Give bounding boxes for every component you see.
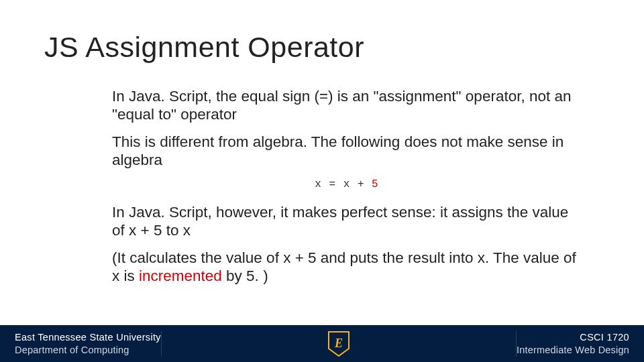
code-lhs: x = x + — [315, 178, 372, 190]
paragraph-3: In Java. Script, however, it makes perfe… — [112, 203, 582, 239]
code-literal: 5 — [372, 178, 379, 190]
slide-body: In Java. Script, the equal sign (=) is a… — [112, 87, 582, 294]
footer-left: East Tennessee State University Departme… — [0, 331, 161, 355]
paragraph-4b: by 5. ) — [222, 267, 268, 284]
course-name: Intermediate Web Design — [517, 344, 629, 356]
footer-bar: East Tennessee State University Departme… — [0, 325, 644, 362]
paragraph-1: In Java. Script, the equal sign (=) is a… — [112, 87, 582, 123]
course-code: CSCI 1720 — [517, 331, 629, 343]
paragraph-2: This is different from algebra. The foll… — [112, 133, 582, 169]
footer-right: CSCI 1720 Intermediate Web Design — [517, 331, 644, 355]
footer-center: E — [162, 330, 516, 357]
department-name: Department of Computing — [15, 344, 161, 356]
university-name: East Tennessee State University — [15, 331, 161, 343]
slide: JS Assignment Operator In Java. Script, … — [0, 0, 644, 362]
slide-title: JS Assignment Operator — [44, 31, 364, 64]
etsu-logo-icon: E — [327, 330, 350, 357]
logo-letter: E — [334, 337, 343, 350]
paragraph-4: (It calculates the value of x + 5 and pu… — [112, 249, 582, 285]
incremented-word: incremented — [139, 267, 222, 284]
code-example: x = x + 5 — [112, 178, 582, 191]
